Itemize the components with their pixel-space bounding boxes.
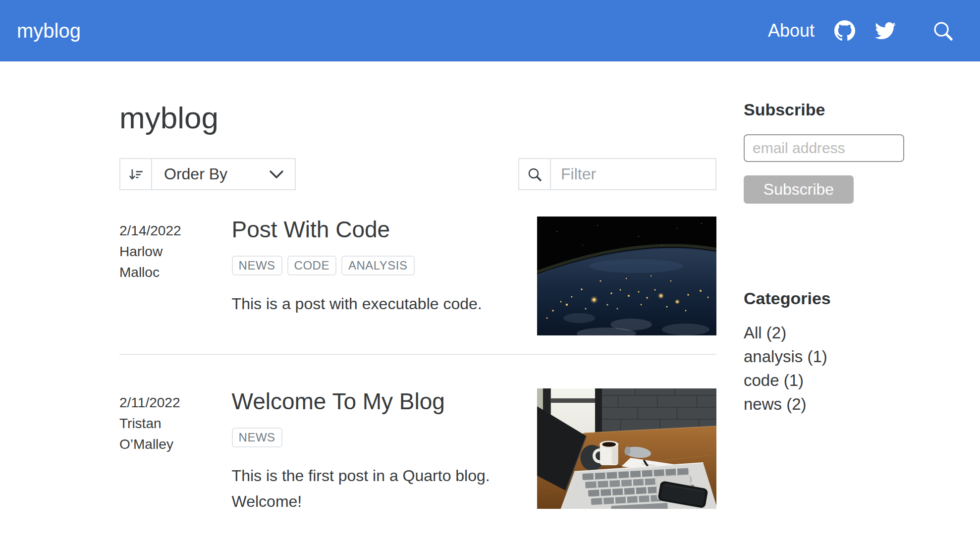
post-author: Harlow Malloc <box>119 241 199 283</box>
search-icon[interactable] <box>931 19 954 42</box>
post-date: 2/11/2022 <box>119 392 199 413</box>
post-author: Tristan O’Malley <box>119 413 199 455</box>
post-description: This is the first post in a Quarto blog.… <box>232 463 521 515</box>
post-divider <box>119 354 716 355</box>
post-date: 2/14/2022 <box>119 220 199 241</box>
category-all[interactable]: All (2) <box>744 321 904 345</box>
sidebar: Subscribe Subscribe Categories All (2) a… <box>744 100 904 515</box>
post-row-2: 2/11/2022 Tristan O’Malley Welcome To My… <box>119 388 716 515</box>
subscribe-widget: Subscribe Subscribe <box>744 100 904 204</box>
navbar: myblog About <box>0 0 980 61</box>
post-tags: NEWS CODE ANALYSIS <box>232 256 521 275</box>
navbar-brand[interactable]: myblog <box>17 20 81 42</box>
listing-toolbar: Order By <box>119 158 716 190</box>
filter-input[interactable] <box>551 159 715 189</box>
github-icon[interactable] <box>834 20 855 41</box>
category-analysis[interactable]: analysis (1) <box>744 345 904 369</box>
categories-widget: Categories All (2) analysis (1) code (1)… <box>744 289 904 416</box>
post-thumbnail-earth[interactable] <box>537 217 716 335</box>
chevron-down-icon <box>269 170 295 179</box>
nav-link-about[interactable]: About <box>768 20 815 41</box>
order-by-dropdown[interactable]: Order By <box>119 158 296 190</box>
post-title[interactable]: Post With Code <box>232 217 521 243</box>
subscribe-button[interactable]: Subscribe <box>744 175 854 204</box>
tag-news[interactable]: NEWS <box>232 256 282 275</box>
tag-news[interactable]: NEWS <box>232 428 282 447</box>
navbar-right: About <box>768 19 954 42</box>
twitter-icon[interactable] <box>875 22 896 40</box>
filter-search-icon <box>519 159 551 189</box>
post-list: 2/14/2022 Harlow Malloc Post With Code N… <box>119 217 716 515</box>
categories-heading: Categories <box>744 289 904 308</box>
post-meta: 2/11/2022 Tristan O’Malley <box>119 388 199 455</box>
listing-main: myblog Order By <box>119 100 716 515</box>
category-news[interactable]: news (2) <box>744 392 904 416</box>
tag-code[interactable]: CODE <box>287 256 336 275</box>
order-by-label: Order By <box>152 165 227 183</box>
page-content: myblog Order By <box>0 61 980 515</box>
filter-box <box>518 158 716 190</box>
sort-icon <box>120 159 152 189</box>
post-thumbnail-desk[interactable] <box>537 388 716 509</box>
post-description: This is a post with executable code. <box>232 291 521 317</box>
subscribe-heading: Subscribe <box>744 100 904 119</box>
post-body: Welcome To My Blog NEWS This is the firs… <box>232 388 521 515</box>
post-meta: 2/14/2022 Harlow Malloc <box>119 217 199 283</box>
email-field[interactable] <box>744 134 904 162</box>
post-row-1: 2/14/2022 Harlow Malloc Post With Code N… <box>119 217 716 335</box>
post-title[interactable]: Welcome To My Blog <box>232 388 521 415</box>
post-body: Post With Code NEWS CODE ANALYSIS This i… <box>232 217 521 317</box>
page-title: myblog <box>119 100 716 135</box>
tag-analysis[interactable]: ANALYSIS <box>341 256 415 275</box>
post-tags: NEWS <box>232 428 521 447</box>
category-code[interactable]: code (1) <box>744 369 904 392</box>
